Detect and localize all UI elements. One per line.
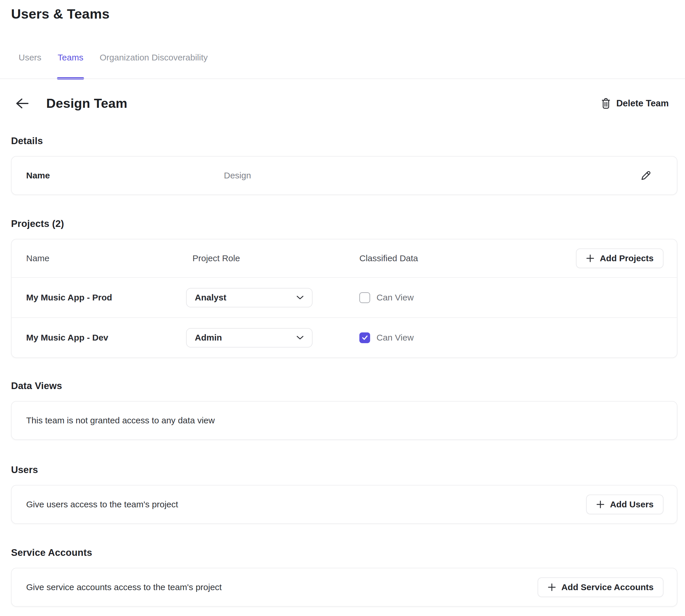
pencil-icon (640, 169, 652, 182)
back-button[interactable] (16, 97, 29, 109)
delete-team-label: Delete Team (616, 98, 669, 109)
tab-organization-discoverability[interactable]: Organization Discoverability (100, 52, 208, 63)
tab-users[interactable]: Users (19, 52, 41, 63)
data-views-card: This team is not granted access to any d… (11, 401, 678, 440)
add-service-accounts-label: Add Service Accounts (561, 582, 654, 592)
can-view-label: Can View (377, 292, 414, 303)
plus-icon (596, 500, 605, 509)
column-header-project-role: Project Role (192, 254, 359, 263)
page-divider (0, 79, 685, 79)
delete-team-button[interactable]: Delete Team (601, 97, 669, 109)
team-header: Design Team Delete Team (11, 94, 678, 113)
details-heading: Details (11, 135, 678, 147)
data-views-heading: Data Views (11, 380, 678, 392)
edit-name-button[interactable] (640, 169, 652, 182)
chevron-down-icon (296, 335, 304, 340)
check-icon (361, 334, 369, 342)
name-label: Name (26, 171, 224, 180)
users-card: Give users access to the team's project … (11, 485, 678, 524)
table-row: My Music App - Dev Admin (12, 318, 677, 357)
name-value: Design (224, 171, 251, 180)
users-description: Give users access to the team's project (26, 500, 178, 509)
project-role-select[interactable]: Admin (186, 328, 313, 348)
add-service-accounts-button[interactable]: Add Service Accounts (538, 577, 663, 597)
project-role-value: Admin (195, 333, 222, 343)
add-users-label: Add Users (610, 500, 654, 509)
column-header-classified-data: Classified Data (359, 254, 576, 263)
details-card: Name Design (11, 156, 678, 195)
projects-table: Name Project Role Classified Data Add Pr… (11, 239, 678, 358)
project-role-select[interactable]: Analyst (186, 288, 313, 307)
plus-icon (548, 583, 556, 592)
service-accounts-description: Give service accounts access to the team… (26, 582, 222, 592)
add-users-button[interactable]: Add Users (586, 494, 663, 514)
projects-heading: Projects (2) (11, 218, 678, 229)
can-view-checkbox[interactable] (359, 292, 370, 303)
users-teams-page: Users & Teams Users Teams Organization D… (0, 0, 685, 607)
project-name: My Music App - Dev (26, 333, 186, 343)
project-name: My Music App - Prod (26, 292, 186, 303)
data-views-empty-text: This team is not granted access to any d… (26, 416, 215, 425)
trash-icon (601, 97, 611, 109)
projects-table-header: Name Project Role Classified Data Add Pr… (12, 239, 677, 277)
service-accounts-card: Give service accounts access to the team… (11, 568, 678, 607)
table-row: My Music App - Prod Analyst (12, 278, 677, 317)
plus-icon (586, 254, 595, 263)
add-projects-label: Add Projects (600, 254, 654, 263)
project-role-value: Analyst (195, 292, 226, 303)
users-heading: Users (11, 464, 678, 476)
tab-teams[interactable]: Teams (58, 52, 83, 63)
chevron-down-icon (296, 295, 304, 300)
team-title: Design Team (46, 96, 127, 111)
can-view-checkbox[interactable] (359, 332, 370, 343)
tab-bar: Users Teams Organization Discoverability (11, 52, 678, 79)
page-title: Users & Teams (11, 0, 678, 23)
can-view-label: Can View (377, 333, 414, 343)
service-accounts-heading: Service Accounts (11, 547, 678, 558)
add-projects-button[interactable]: Add Projects (576, 248, 663, 268)
column-header-name: Name (26, 254, 192, 263)
arrow-left-icon (16, 98, 29, 109)
